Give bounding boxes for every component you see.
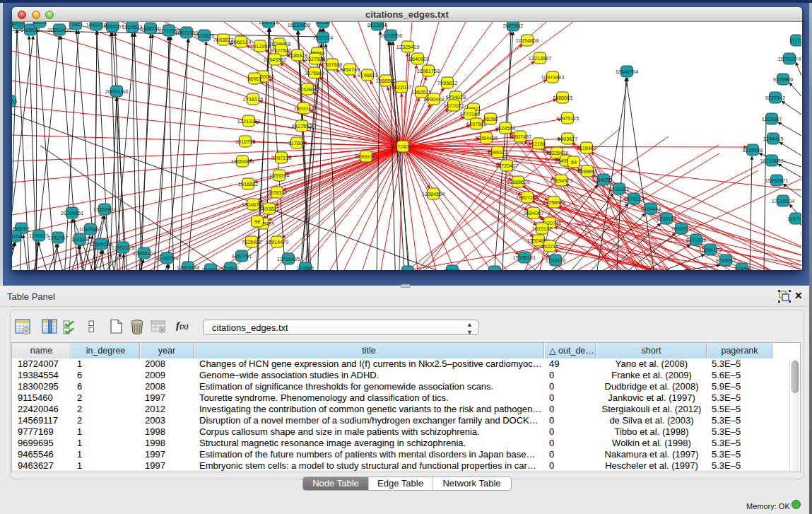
svg-text:18807249: 18807249: [516, 194, 539, 201]
svg-text:19218506: 19218506: [379, 33, 402, 39]
svg-text:39154: 39154: [12, 233, 22, 240]
svg-text:1916682: 1916682: [238, 181, 258, 187]
svg-text:12325419: 12325419: [396, 44, 419, 50]
svg-text:12975125: 12975125: [556, 115, 579, 122]
svg-text:13716485: 13716485: [277, 256, 300, 262]
svg-text:6822037: 6822037: [392, 84, 411, 90]
svg-text:92450: 92450: [735, 266, 749, 270]
svg-text:16961758: 16961758: [417, 68, 440, 74]
svg-text:2087682: 2087682: [503, 23, 523, 29]
svg-text:7986322: 7986322: [488, 149, 507, 156]
svg-text:10807487: 10807487: [509, 134, 531, 140]
svg-text:16914479: 16914479: [266, 239, 288, 245]
svg-text:9474444: 9474444: [641, 206, 661, 212]
svg-text:18640910: 18640910: [406, 56, 429, 62]
svg-text:116753: 116753: [787, 216, 801, 222]
svg-text:9146821: 9146821: [358, 72, 377, 78]
svg-text:2935114: 2935114: [657, 216, 676, 222]
svg-text:7515526: 7515526: [194, 33, 214, 39]
svg-text:164095: 164095: [595, 177, 612, 183]
svg-text:18724007: 18724007: [392, 144, 414, 150]
svg-text:17957225: 17957225: [112, 245, 134, 251]
svg-text:19384554: 19384554: [422, 191, 445, 197]
svg-text:16033809: 16033809: [288, 22, 310, 28]
svg-text:20553: 20553: [12, 98, 17, 105]
svg-text:8660124: 8660124: [231, 39, 251, 45]
svg-text:6479197: 6479197: [624, 196, 644, 202]
svg-text:1362615: 1362615: [411, 89, 431, 95]
svg-text:173585: 173585: [297, 265, 314, 270]
svg-text:9684067: 9684067: [524, 210, 543, 216]
svg-text:15751074: 15751074: [778, 56, 801, 62]
svg-text:1615132: 1615132: [532, 226, 552, 232]
svg-text:7485063: 7485063: [553, 95, 572, 101]
svg-text:1209387: 1209387: [762, 116, 782, 122]
svg-text:26053346: 26053346: [105, 88, 128, 95]
svg-text:15300273: 15300273: [355, 153, 377, 160]
svg-text:15136141: 15136141: [513, 255, 536, 261]
svg-text:9457791: 9457791: [232, 253, 252, 259]
svg-text:12505185: 12505185: [90, 241, 112, 247]
svg-text:10412: 10412: [401, 269, 415, 270]
svg-text:16543382: 16543382: [264, 57, 286, 63]
svg-text:8938921: 8938921: [609, 186, 629, 192]
svg-text:20206551: 20206551: [61, 210, 83, 216]
svg-text:15720407: 15720407: [495, 163, 518, 169]
svg-text:8990448: 8990448: [424, 96, 444, 103]
svg-text:8813054: 8813054: [367, 22, 387, 28]
svg-text:11172: 11172: [789, 37, 801, 44]
svg-text:90533: 90533: [33, 22, 47, 25]
svg-text:114519: 114519: [71, 236, 88, 243]
svg-text:7955812: 7955812: [437, 80, 457, 86]
svg-text:3675685: 3675685: [305, 70, 324, 76]
svg-text:7632621: 7632621: [671, 226, 691, 232]
svg-text:98: 98: [254, 218, 260, 225]
svg-text:10154808: 10154808: [516, 37, 539, 44]
svg-text:19654985: 19654985: [231, 158, 254, 165]
svg-text:12213967: 12213967: [529, 55, 551, 62]
svg-text:3267130: 3267130: [271, 155, 291, 161]
svg-text:1527602: 1527602: [122, 24, 142, 30]
svg-text:19756928: 19756928: [543, 199, 565, 206]
svg-text:12923448: 12923448: [177, 264, 199, 270]
svg-text:16782759: 16782759: [155, 255, 178, 262]
svg-text:17016504: 17016504: [772, 198, 794, 204]
svg-text:9699695: 9699695: [577, 168, 597, 175]
svg-text:9245052: 9245052: [716, 257, 736, 264]
svg-text:20691406: 20691406: [48, 27, 71, 33]
svg-text:3493822: 3493822: [259, 206, 279, 212]
svg-text:9227342: 9227342: [765, 95, 785, 101]
svg-text:16210643: 16210643: [760, 158, 783, 164]
svg-text:88130: 88130: [316, 22, 330, 25]
svg-text:9777169: 9777169: [460, 111, 480, 117]
svg-text:64: 64: [571, 159, 577, 165]
svg-text:8471636: 8471636: [686, 237, 706, 243]
svg-text:12213383: 12213383: [237, 118, 260, 124]
svg-text:9329966: 9329966: [773, 76, 793, 83]
svg-text:252214: 252214: [541, 243, 558, 250]
svg-text:1342757: 1342757: [48, 235, 68, 241]
svg-text:117004: 117004: [288, 140, 305, 146]
svg-text:7357224: 7357224: [313, 35, 333, 41]
svg-text:1244415: 1244415: [763, 136, 783, 142]
svg-text:62160: 62160: [531, 141, 546, 147]
svg-text:20364436: 20364436: [475, 135, 498, 141]
svg-text:15692971: 15692971: [765, 177, 788, 184]
svg-text:46266: 46266: [483, 116, 498, 122]
svg-text:13654923: 13654923: [550, 177, 572, 184]
svg-text:17359924: 17359924: [93, 206, 116, 213]
svg-text:1353594: 1353594: [269, 173, 289, 179]
svg-text:98961: 98961: [247, 76, 261, 82]
svg-text:3624554: 3624554: [495, 125, 515, 132]
svg-text:9463627: 9463627: [558, 136, 577, 142]
svg-text:10975867: 10975867: [79, 226, 102, 233]
svg-text:924502: 924502: [222, 265, 239, 270]
svg-text:17335: 17335: [488, 269, 502, 270]
svg-text:10648764: 10648764: [616, 69, 638, 75]
svg-text:10958107: 10958107: [133, 250, 155, 257]
svg-text:10654122: 10654122: [699, 247, 722, 253]
svg-text:10973493: 10973493: [541, 74, 564, 81]
svg-text:9242845: 9242845: [298, 86, 317, 93]
svg-text:1588582: 1588582: [376, 78, 396, 84]
svg-text:1593718: 1593718: [259, 22, 278, 25]
